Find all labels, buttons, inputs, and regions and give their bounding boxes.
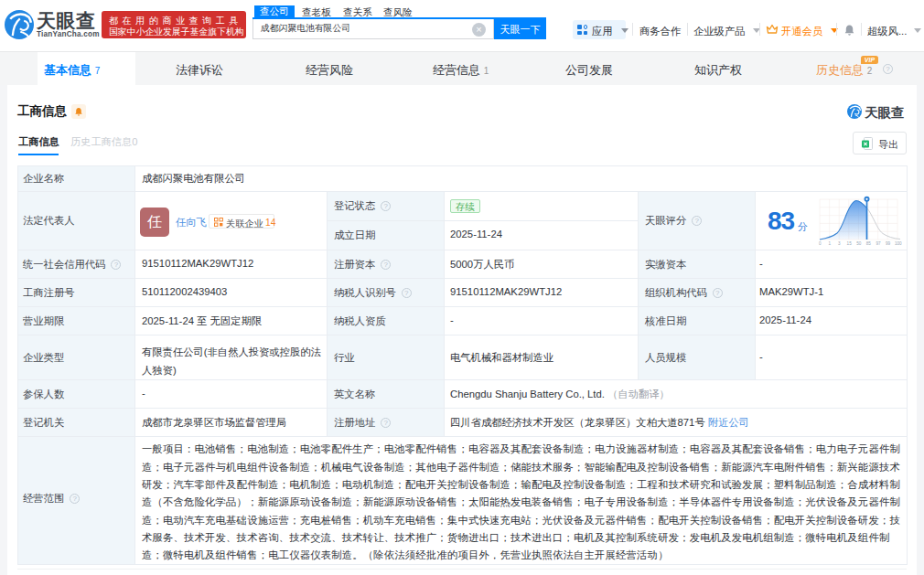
svg-text:3: 3 — [838, 241, 841, 246]
svg-text:85: 85 — [866, 241, 872, 246]
svg-text:100: 100 — [895, 241, 902, 246]
svg-text:1: 1 — [829, 241, 832, 246]
svg-text:15: 15 — [847, 241, 853, 246]
svg-text:99: 99 — [886, 241, 891, 246]
svg-text:50: 50 — [856, 241, 862, 246]
svg-text:97: 97 — [876, 241, 881, 246]
svg-text:0: 0 — [819, 241, 822, 246]
